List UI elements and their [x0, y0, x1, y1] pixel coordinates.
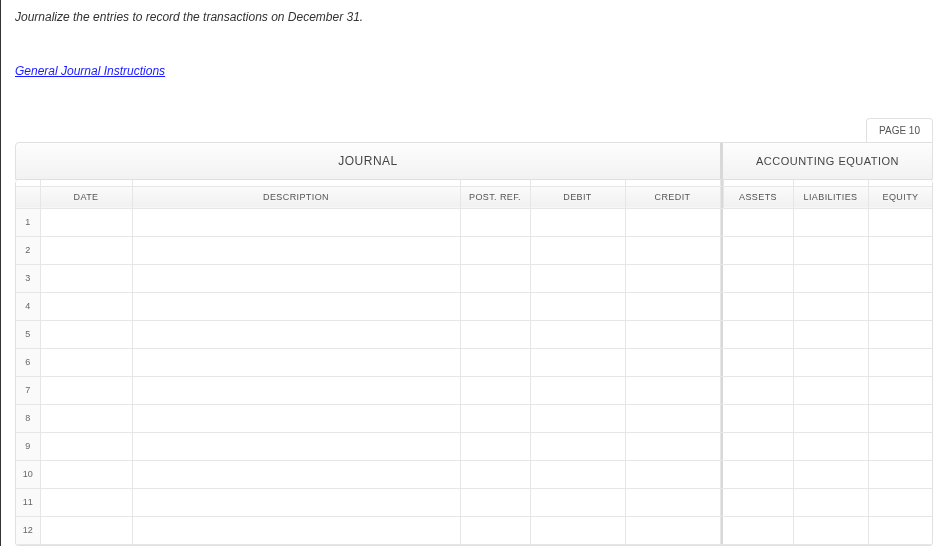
post_ref-input[interactable]	[461, 293, 530, 320]
post_ref-input[interactable]	[461, 209, 530, 236]
post_ref-input[interactable]	[461, 237, 530, 264]
credit-input[interactable]	[626, 265, 720, 292]
equity-input[interactable]	[869, 237, 933, 264]
equity-input[interactable]	[869, 489, 933, 516]
description-input[interactable]	[133, 209, 460, 236]
credit-input[interactable]	[626, 461, 720, 488]
post_ref-input[interactable]	[461, 349, 530, 376]
date-input[interactable]	[41, 237, 132, 264]
post_ref-input[interactable]	[461, 405, 530, 432]
credit-input[interactable]	[626, 349, 720, 376]
equity-input[interactable]	[869, 321, 933, 348]
assets-input[interactable]	[723, 461, 793, 488]
assets-input[interactable]	[723, 237, 793, 264]
description-input[interactable]	[133, 377, 460, 404]
credit-input[interactable]	[626, 405, 720, 432]
date-input[interactable]	[41, 293, 132, 320]
description-input[interactable]	[133, 433, 460, 460]
liabilities-input[interactable]	[794, 209, 868, 236]
date-input[interactable]	[41, 489, 132, 516]
credit-input[interactable]	[626, 209, 720, 236]
liabilities-input[interactable]	[794, 377, 868, 404]
liabilities-input[interactable]	[794, 349, 868, 376]
debit-input[interactable]	[531, 209, 625, 236]
post_ref-input[interactable]	[461, 377, 530, 404]
debit-input[interactable]	[531, 321, 625, 348]
liabilities-input[interactable]	[794, 405, 868, 432]
date-input[interactable]	[41, 517, 132, 544]
post_ref-input[interactable]	[461, 321, 530, 348]
equity-input[interactable]	[869, 349, 933, 376]
liabilities-input[interactable]	[794, 293, 868, 320]
credit-input[interactable]	[626, 489, 720, 516]
date-input[interactable]	[41, 265, 132, 292]
equity-input[interactable]	[869, 293, 933, 320]
debit-input[interactable]	[531, 517, 625, 544]
description-input[interactable]	[133, 461, 460, 488]
description-input[interactable]	[133, 405, 460, 432]
assets-input[interactable]	[723, 209, 793, 236]
credit-input[interactable]	[626, 517, 720, 544]
liabilities-input[interactable]	[794, 433, 868, 460]
assets-input[interactable]	[723, 265, 793, 292]
date-input[interactable]	[41, 209, 132, 236]
description-input[interactable]	[133, 517, 460, 544]
liabilities-input[interactable]	[794, 321, 868, 348]
assets-input[interactable]	[723, 349, 793, 376]
row-number: 3	[16, 264, 40, 292]
equity-input[interactable]	[869, 209, 933, 236]
liabilities-input[interactable]	[794, 265, 868, 292]
assets-input[interactable]	[723, 433, 793, 460]
debit-input[interactable]	[531, 293, 625, 320]
debit-input[interactable]	[531, 433, 625, 460]
date-input[interactable]	[41, 321, 132, 348]
assets-input[interactable]	[723, 293, 793, 320]
post_ref-input[interactable]	[461, 461, 530, 488]
debit-input[interactable]	[531, 237, 625, 264]
assets-input[interactable]	[723, 489, 793, 516]
assets-input[interactable]	[723, 377, 793, 404]
debit-input[interactable]	[531, 377, 625, 404]
credit-input[interactable]	[626, 321, 720, 348]
description-input[interactable]	[133, 265, 460, 292]
equity-input[interactable]	[869, 433, 933, 460]
credit-input[interactable]	[626, 377, 720, 404]
date-input[interactable]	[41, 349, 132, 376]
debit-input[interactable]	[531, 349, 625, 376]
description-input[interactable]	[133, 489, 460, 516]
liabilities-input[interactable]	[794, 517, 868, 544]
equity-input[interactable]	[869, 377, 933, 404]
debit-input[interactable]	[531, 489, 625, 516]
post_ref-input[interactable]	[461, 489, 530, 516]
debit-input[interactable]	[531, 265, 625, 292]
equity-input[interactable]	[869, 265, 933, 292]
credit-input[interactable]	[626, 237, 720, 264]
post_ref-input[interactable]	[461, 433, 530, 460]
liabilities-input[interactable]	[794, 461, 868, 488]
description-input[interactable]	[133, 293, 460, 320]
date-input[interactable]	[41, 405, 132, 432]
credit-input[interactable]	[626, 433, 720, 460]
assets-input[interactable]	[723, 321, 793, 348]
row-number: 10	[16, 460, 40, 488]
equity-input[interactable]	[869, 461, 933, 488]
liabilities-input[interactable]	[794, 237, 868, 264]
date-input[interactable]	[41, 433, 132, 460]
equity-input[interactable]	[869, 517, 933, 544]
debit-input[interactable]	[531, 461, 625, 488]
description-input[interactable]	[133, 237, 460, 264]
description-input[interactable]	[133, 321, 460, 348]
date-input[interactable]	[41, 461, 132, 488]
description-input[interactable]	[133, 349, 460, 376]
credit-input[interactable]	[626, 293, 720, 320]
general-journal-instructions-link[interactable]: General Journal Instructions	[15, 64, 165, 78]
equity-input[interactable]	[869, 405, 933, 432]
debit-input[interactable]	[531, 405, 625, 432]
post_ref-input[interactable]	[461, 265, 530, 292]
assets-input[interactable]	[723, 405, 793, 432]
liabilities-input[interactable]	[794, 489, 868, 516]
post_ref-input[interactable]	[461, 517, 530, 544]
cell-post_ref	[460, 516, 530, 544]
date-input[interactable]	[41, 377, 132, 404]
assets-input[interactable]	[723, 517, 793, 544]
